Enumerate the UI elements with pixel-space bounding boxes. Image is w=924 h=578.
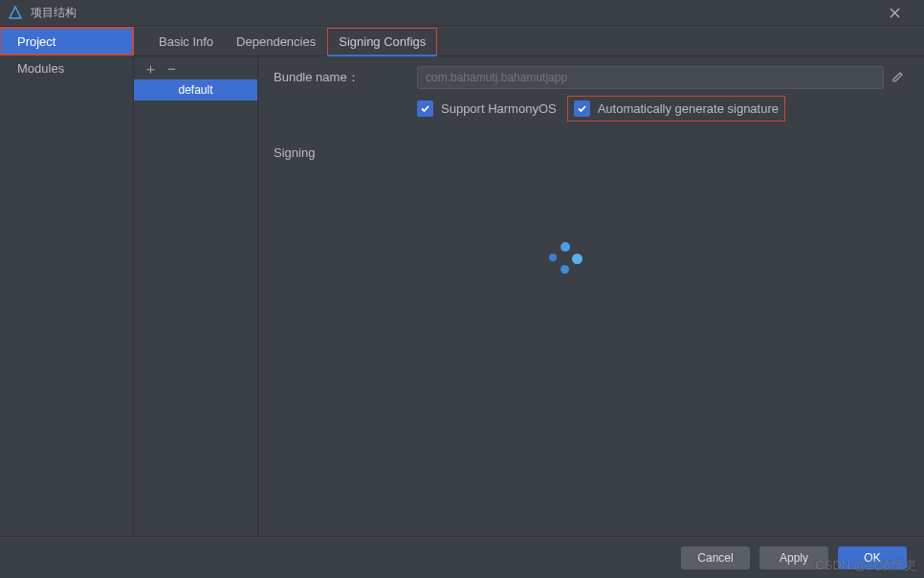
support-harmony-label: Support HarmonyOS xyxy=(441,101,557,116)
bundle-name-input[interactable] xyxy=(417,66,884,89)
content-area: Basic Info Dependencies Signing Configs … xyxy=(134,28,924,548)
checkbox-row: Support HarmonyOS Automatically generate… xyxy=(274,100,905,117)
sidebar-item-label: Project xyxy=(17,34,55,49)
bundle-name-label: Bundle name： xyxy=(274,69,417,86)
sidebar-item-modules[interactable]: Modules xyxy=(0,55,133,81)
app-logo-icon xyxy=(8,6,23,21)
main-area: Project Modules Basic Info Dependencies … xyxy=(0,27,924,548)
remove-config-button[interactable]: − xyxy=(167,61,176,76)
button-bar: Cancel Apply OK xyxy=(0,536,924,578)
button-label: Apply xyxy=(780,551,808,565)
left-nav: Project Modules xyxy=(0,28,134,548)
bundle-name-input-wrap xyxy=(417,66,905,89)
support-harmony-checkbox[interactable] xyxy=(417,100,433,117)
tab-basic-info[interactable]: Basic Info xyxy=(147,28,225,56)
cancel-button[interactable]: Cancel xyxy=(681,546,750,569)
sub-content: ＋ − default Bundle name： xyxy=(134,56,924,548)
ok-button[interactable]: OK xyxy=(838,546,907,569)
config-item-default[interactable]: default xyxy=(134,79,257,100)
config-toolbar: ＋ − xyxy=(134,56,257,79)
config-item-label: default xyxy=(178,83,212,97)
auto-generate-label: Automatically generate signature xyxy=(598,101,779,116)
tab-label: Basic Info xyxy=(159,34,213,49)
config-list: ＋ − default xyxy=(134,56,258,548)
signing-section-label: Signing xyxy=(274,145,905,160)
edit-icon[interactable] xyxy=(891,70,905,86)
tab-label: Dependencies xyxy=(236,34,316,49)
sidebar-item-project[interactable]: Project xyxy=(0,28,133,55)
window-title: 项目结构 xyxy=(31,5,873,21)
titlebar: 项目结构 xyxy=(0,0,924,27)
close-button[interactable] xyxy=(873,0,916,27)
apply-button[interactable]: Apply xyxy=(759,546,828,569)
button-label: OK xyxy=(864,551,880,565)
sidebar-item-label: Modules xyxy=(17,61,64,76)
form-area: Bundle name： Support HarmonyOS xyxy=(258,56,924,548)
loading-spinner-icon xyxy=(545,238,583,277)
bundle-name-row: Bundle name： xyxy=(274,66,905,89)
button-label: Cancel xyxy=(697,551,733,565)
tab-signing-configs[interactable]: Signing Configs xyxy=(327,28,437,56)
auto-generate-checkbox[interactable] xyxy=(574,100,590,117)
auto-generate-group: Automatically generate signature xyxy=(568,97,784,121)
support-harmony-group: Support HarmonyOS xyxy=(417,100,566,117)
tab-label: Signing Configs xyxy=(339,34,426,49)
tab-dependencies[interactable]: Dependencies xyxy=(225,28,327,56)
add-config-button[interactable]: ＋ xyxy=(143,61,158,76)
tab-bar: Basic Info Dependencies Signing Configs xyxy=(134,28,924,56)
